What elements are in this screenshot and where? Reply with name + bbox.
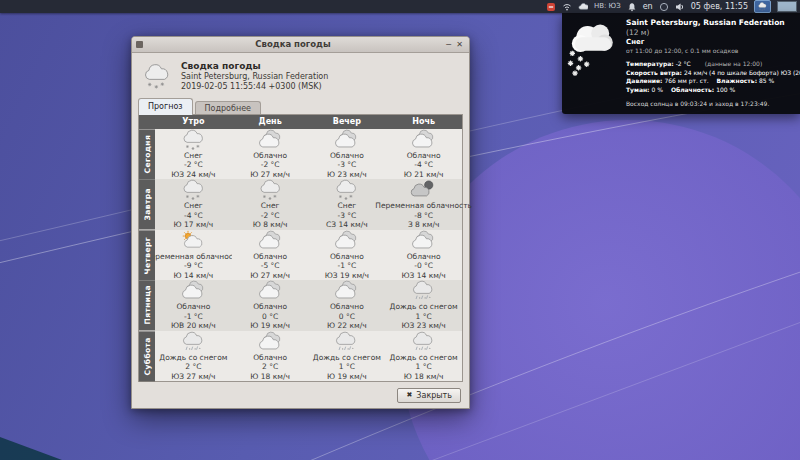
forecast-temperature: -4 °C — [414, 160, 433, 170]
rainsnow-weather-icon — [333, 331, 360, 353]
forecast-day-label: Завтра — [139, 179, 155, 229]
cloudy-weather-icon — [333, 129, 360, 151]
forecast-condition: Снег — [338, 201, 357, 211]
forecast-cell: Облачно-4 °CЮ 21 км/ч — [385, 129, 462, 179]
snow-weather-icon — [180, 129, 207, 151]
wifi-icon[interactable] — [562, 2, 572, 12]
tooltip-fog-line: Туман: 0 %Облачность: 100 % — [626, 86, 796, 95]
forecast-row: ПятницаОблачно-1 °CЮВ 20 км/чОблачно0 °C… — [139, 280, 462, 330]
forecast-cell: Облачно-0 °CЮЗ 14 км/ч — [385, 230, 462, 280]
forecast-cell: Облачно-2 °CЮ 27 км/ч — [232, 129, 309, 179]
forecast-temperature: 2 °C — [185, 362, 201, 372]
forecast-condition: Дождь со снегом — [313, 353, 381, 363]
suncloud-weather-icon — [180, 230, 207, 252]
tooltip-title: Saint Petersburg, Russian Federation (12… — [626, 18, 796, 38]
forecast-condition: Облачно — [407, 151, 441, 161]
forecast-cell: Переменная облачность-8 °CЗ 8 км/ч — [385, 179, 462, 229]
close-button[interactable]: ✕ — [454, 37, 465, 52]
forecast-condition: Дождь со снегом — [390, 302, 458, 312]
fog-label: Туман: — [626, 86, 650, 93]
forecast-wind: Ю 18 км/ч — [250, 372, 290, 382]
cloudy-weather-icon — [333, 280, 360, 302]
tab-forecast[interactable]: Прогноз — [138, 98, 193, 115]
header-datetime: 2019-02-05 11:55:44 +0300 (MSK) — [181, 82, 328, 92]
status-circle-icon[interactable] — [659, 2, 669, 12]
notification-bell-icon[interactable] — [627, 2, 637, 12]
tab-details[interactable]: Подробнее — [195, 101, 261, 115]
forecast-cell: Облачно0 °CЮ 22 км/ч — [309, 280, 386, 330]
forecast-temperature: -2 °C — [261, 211, 280, 221]
cloudy-weather-icon — [257, 280, 284, 302]
forecast-condition: Переменная облачность — [375, 201, 472, 211]
forecast-column-header: Ночь — [385, 115, 462, 129]
forecast-temperature: 1 °C — [339, 362, 355, 372]
tooltip-temperature-line: Температура: -2 °C(данные на 12:00) — [626, 60, 796, 69]
volume-icon[interactable] — [675, 2, 685, 12]
forecast-cell: Облачно-1 °CЮВ 20 км/ч — [155, 280, 232, 330]
forecast-wind: Ю 23 км/ч — [327, 170, 367, 180]
forecast-day-label: Пятница — [139, 280, 155, 330]
wind-direction-indicator[interactable]: НВ: ЮЗ — [594, 0, 621, 13]
close-window-button[interactable]: ✖ Закрыть — [397, 388, 461, 403]
weather-applet-button[interactable] — [754, 0, 771, 13]
cloudy-weather-icon — [410, 129, 437, 151]
forecast-cell: Дождь со снегом1 °CЮ 18 км/ч — [385, 331, 462, 381]
forecast-temperature: -1 °C — [337, 261, 356, 271]
header-title: Сводка погоды — [181, 61, 328, 72]
forecast-condition: Дождь со снегом — [159, 353, 227, 363]
forecast-temperature: -5 °C — [261, 261, 280, 271]
forecast-condition: Снег — [184, 151, 203, 161]
forecast-condition: Облачно — [253, 353, 287, 363]
rainsnow-weather-icon — [180, 331, 207, 353]
updates-icon[interactable] — [546, 2, 556, 12]
window-title: Сводка погоды — [143, 37, 443, 52]
forecast-condition: Снег — [184, 201, 203, 211]
cloudy-weather-icon — [410, 230, 437, 252]
snow-weather-icon — [180, 179, 207, 201]
panel-weather-icon[interactable] — [578, 2, 588, 12]
tooltip-altitude: (12 м) — [626, 28, 649, 37]
temperature-label: Температура: — [626, 60, 674, 67]
window-menu-icon[interactable] — [136, 41, 143, 48]
forecast-condition: Облачно — [176, 302, 210, 312]
table-corner — [139, 115, 155, 129]
minimize-button[interactable]: − — [443, 37, 454, 52]
forecast-day-label: Суббота — [139, 331, 155, 381]
forecast-wind: ЮЗ 27 км/ч — [171, 372, 215, 382]
app-weather-icon — [141, 63, 173, 90]
forecast-condition: Облачно — [330, 252, 364, 262]
forecast-wind: ЮВ 20 км/ч — [171, 321, 216, 331]
keyboard-layout-indicator[interactable]: en — [643, 0, 653, 13]
forecast-temperature: -2 °C — [184, 160, 203, 170]
panel-tray: НВ: ЮЗ en 05 фев, 11:55 — [546, 0, 800, 13]
clock[interactable]: 05 фев, 11:55 — [691, 0, 748, 13]
window-titlebar[interactable]: Сводка погоды − ✕ — [132, 37, 469, 53]
rainsnow-weather-icon — [410, 331, 437, 353]
forecast-condition: Облачно — [330, 302, 364, 312]
cloudiness-label: Облачность: — [671, 86, 714, 93]
forecast-cell: Переменная облачность-9 °CЮ 14 км/ч — [155, 230, 232, 280]
cloudy-weather-icon — [257, 230, 284, 252]
close-x-icon: ✖ — [406, 391, 412, 399]
forecast-column-header: День — [232, 115, 309, 129]
tooltip-wind-line: Скорость ветра: 24 км/ч (4 по шкале Бофо… — [626, 69, 796, 78]
temperature-note: (данные на 12:00) — [705, 60, 763, 67]
forecast-wind: Ю 19 км/ч — [327, 372, 367, 382]
forecast-condition: Облачно — [253, 252, 287, 262]
forecast-table: УтроДеньВечерНочь СегодняСнег-2 °CЮЗ 24 … — [138, 114, 463, 382]
forecast-cell: Облачно2 °CЮ 18 км/ч — [232, 331, 309, 381]
forecast-cell: Снег-3 °CСЗ 14 км/ч — [309, 179, 386, 229]
forecast-body: СегодняСнег-2 °CЮЗ 24 км/чОблачно-2 °CЮ … — [139, 129, 462, 381]
forecast-wind: Ю 8 км/ч — [253, 220, 288, 230]
forecast-cell: Облачно-5 °CЮ 27 км/ч — [232, 230, 309, 280]
close-button-label: Закрыть — [416, 391, 452, 400]
forecast-day-label: Сегодня — [139, 129, 155, 179]
forecast-temperature: 2 °C — [262, 362, 278, 372]
tooltip-location: Saint Petersburg, Russian Federation — [626, 18, 785, 27]
humidity-value: 85 % — [759, 77, 774, 84]
top-panel: НВ: ЮЗ en 05 фев, 11:55 — [0, 0, 800, 13]
cloudy-weather-icon — [333, 230, 360, 252]
workspace-switcher[interactable] — [777, 1, 797, 12]
forecast-temperature: -9 °C — [184, 261, 203, 271]
forecast-wind: ЮЗ 24 км/ч — [171, 170, 215, 180]
